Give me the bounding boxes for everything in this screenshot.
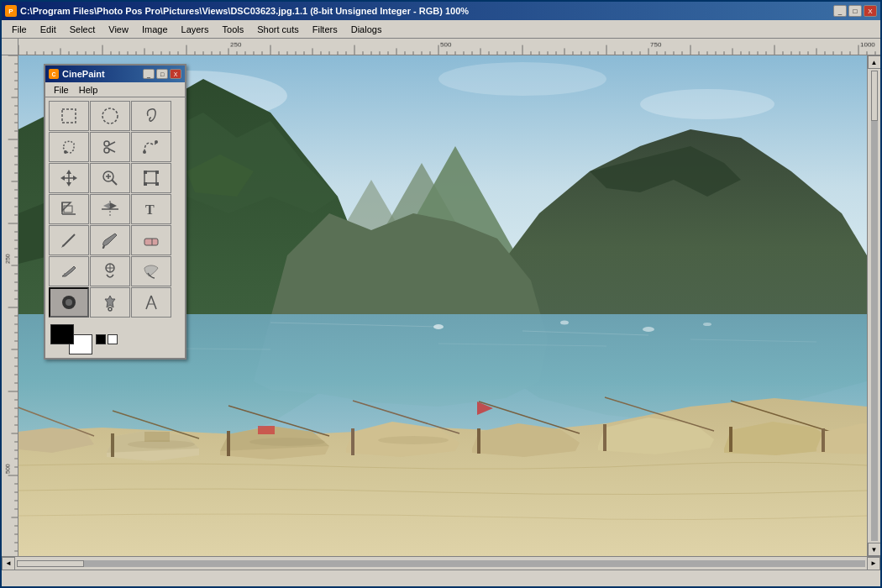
tool-scissor-select[interactable] [90,132,130,162]
svg-rect-50 [822,428,825,452]
toolbox-menu-file[interactable]: File [49,84,74,96]
ruler-top-canvas [18,39,880,55]
maximize-button[interactable]: □ [848,5,862,17]
svg-marker-69 [60,176,65,181]
tool-dodge-burn[interactable] [90,287,130,318]
tool-measure[interactable] [131,287,171,318]
ruler-corner [2,39,18,55]
canvas-wrapper: C CinePaint _ □ X File Help [2,55,880,570]
measure-icon [141,292,161,312]
tool-zoom[interactable] [90,163,130,193]
tool-crop[interactable] [49,194,89,224]
minimize-button[interactable]: _ [833,5,847,17]
toolbox-menu: File Help [45,82,185,97]
foreground-color-swatch[interactable] [50,324,74,344]
toolbox-tools-grid: T [45,97,185,321]
scroll-left-button[interactable]: ◄ [2,557,15,570]
svg-point-54 [703,323,711,326]
title-buttons: _ □ X [833,5,877,17]
svg-point-52 [560,321,569,325]
menu-filters[interactable]: Filters [306,23,344,36]
close-button[interactable]: X [864,5,877,17]
toolbox-window: C CinePaint _ □ X File Help [44,64,186,360]
scrollbar-right: ▲ ▼ [867,55,880,556]
canvas-main: C CinePaint _ □ X File Help [2,55,880,556]
svg-point-103 [108,307,112,311]
scroll-up-button[interactable]: ▲ [868,55,881,69]
svg-point-59 [102,108,118,123]
ellipse-select-icon [100,106,120,126]
title-bar-left: P C:\Program Files\Photo Pos Pro\Picture… [5,5,469,17]
scroll-down-button[interactable]: ▼ [868,543,881,556]
app-icon: P [5,5,17,17]
tool-paintbrush[interactable] [90,225,130,255]
scrollbar-right-thumb[interactable] [871,71,878,121]
title-bar: P C:\Program Files\Photo Pos Pro\Picture… [2,2,880,20]
svg-point-97 [66,275,67,276]
svg-point-56 [249,438,325,446]
toolbox-title-bar: C CinePaint _ □ X [45,66,185,82]
tool-clone[interactable] [90,256,130,286]
svg-rect-93 [144,239,158,245]
menu-file[interactable]: File [5,23,34,36]
svg-marker-70 [73,176,77,181]
menu-shortcuts[interactable]: Short cuts [250,23,306,36]
menu-select[interactable]: Select [63,23,102,36]
transform-icon [141,168,161,188]
menu-edit[interactable]: Edit [34,23,63,36]
tool-eraser[interactable] [131,225,171,255]
text-icon: T [141,199,161,219]
toolbox-minimize-button[interactable]: _ [143,69,155,79]
svg-rect-58 [62,109,76,123]
svg-rect-35 [258,426,275,434]
menu-dialogs[interactable]: Dialogs [344,23,389,36]
toolbox-title-text: CinePaint [62,69,105,79]
tool-text[interactable]: T [131,194,171,224]
paintbrush-icon [100,230,120,250]
tool-bezier-select[interactable] [131,132,171,162]
reset-colors-swatch[interactable] [96,334,106,344]
menu-image[interactable]: Image [135,23,175,36]
toolbox-title-left: C CinePaint [49,69,105,79]
svg-point-66 [155,140,158,144]
tool-smudge[interactable] [131,256,171,286]
svg-rect-81 [155,182,159,186]
toolbox-close-button[interactable]: X [170,69,181,79]
tool-pencil[interactable] [49,225,89,255]
tool-airbrush[interactable] [49,256,89,286]
svg-point-96 [62,275,64,276]
window-title: C:\Program Files\Photo Pos Pro\Pictures\… [20,6,469,16]
menu-layers[interactable]: Layers [175,23,216,36]
ruler-top [18,39,880,55]
tool-transform[interactable] [131,163,171,193]
svg-point-2 [438,62,606,96]
scroll-right-button[interactable]: ► [867,557,880,570]
svg-point-65 [143,150,146,154]
eraser-icon [141,230,161,250]
canvas-area[interactable]: C CinePaint _ □ X File Help [18,55,867,556]
airbrush-icon [59,261,79,281]
toolbox-app-icon: C [49,69,59,79]
menu-view[interactable]: View [102,23,135,36]
status-bar [2,570,880,586]
tool-fuzzy-select[interactable] [49,132,89,162]
scrollbar-bottom-thumb[interactable] [17,560,84,567]
tool-eyedropper[interactable] [49,287,89,318]
scrollbar-right-track[interactable] [871,71,878,541]
swap-colors-swatch[interactable] [108,334,118,344]
toolbox-menu-help[interactable]: Help [74,84,103,96]
menu-tools[interactable]: Tools [216,23,251,36]
tool-rect-select[interactable] [49,101,89,131]
tool-move[interactable] [49,163,89,193]
tool-ellipse-select[interactable] [90,101,130,131]
ruler-left [2,55,18,556]
fuzzy-select-icon [59,137,79,157]
tool-flip[interactable] [90,194,130,224]
tool-lasso[interactable] [131,101,171,131]
svg-point-102 [66,299,72,306]
color-swatch-area [50,324,92,354]
svg-marker-87 [110,202,117,209]
toolbox-maximize-button[interactable]: □ [156,69,168,79]
scrollbar-bottom-track[interactable] [17,560,865,567]
scrollbar-bottom: ◄ ► [2,556,880,570]
